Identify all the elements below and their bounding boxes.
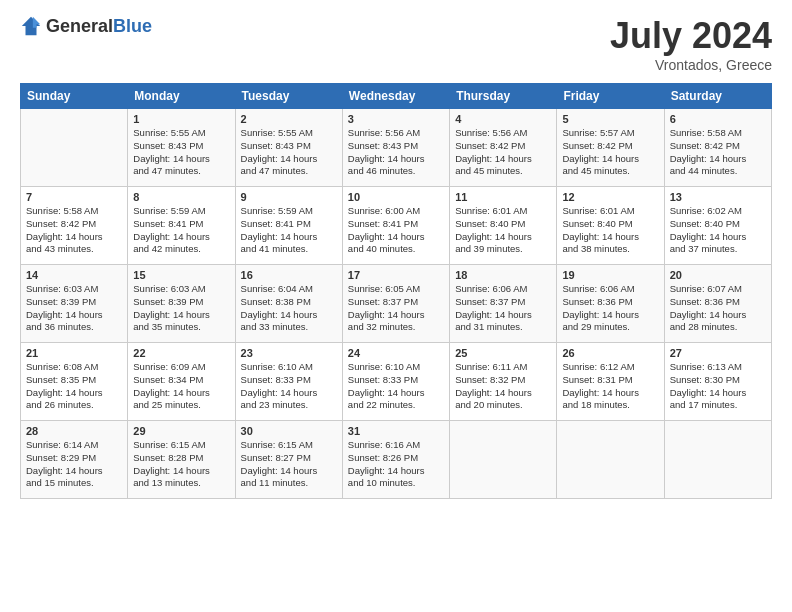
table-cell: 13Sunrise: 6:02 AM Sunset: 8:40 PM Dayli… — [664, 187, 771, 265]
table-cell: 27Sunrise: 6:13 AM Sunset: 8:30 PM Dayli… — [664, 343, 771, 421]
month-title: July 2024 — [610, 15, 772, 57]
day-number: 4 — [455, 113, 551, 125]
svg-marker-0 — [22, 17, 40, 35]
day-number: 31 — [348, 425, 444, 437]
day-number: 27 — [670, 347, 766, 359]
cell-text: Sunrise: 5:59 AM Sunset: 8:41 PM Dayligh… — [133, 205, 229, 256]
header: GeneralBlue July 2024 Vrontados, Greece — [20, 15, 772, 73]
day-number: 11 — [455, 191, 551, 203]
cell-text: Sunrise: 6:10 AM Sunset: 8:33 PM Dayligh… — [241, 361, 337, 412]
cell-text: Sunrise: 5:55 AM Sunset: 8:43 PM Dayligh… — [241, 127, 337, 178]
day-number: 9 — [241, 191, 337, 203]
table-cell — [664, 421, 771, 499]
cell-text: Sunrise: 6:04 AM Sunset: 8:38 PM Dayligh… — [241, 283, 337, 334]
cell-text: Sunrise: 6:00 AM Sunset: 8:41 PM Dayligh… — [348, 205, 444, 256]
cell-text: Sunrise: 5:57 AM Sunset: 8:42 PM Dayligh… — [562, 127, 658, 178]
cell-text: Sunrise: 5:56 AM Sunset: 8:43 PM Dayligh… — [348, 127, 444, 178]
cell-text: Sunrise: 6:13 AM Sunset: 8:30 PM Dayligh… — [670, 361, 766, 412]
table-cell: 2Sunrise: 5:55 AM Sunset: 8:43 PM Daylig… — [235, 109, 342, 187]
col-tuesday: Tuesday — [235, 84, 342, 109]
day-number: 10 — [348, 191, 444, 203]
table-row: 7Sunrise: 5:58 AM Sunset: 8:42 PM Daylig… — [21, 187, 772, 265]
table-cell: 22Sunrise: 6:09 AM Sunset: 8:34 PM Dayli… — [128, 343, 235, 421]
day-number: 16 — [241, 269, 337, 281]
table-cell: 23Sunrise: 6:10 AM Sunset: 8:33 PM Dayli… — [235, 343, 342, 421]
logo-text-blue: Blue — [113, 16, 152, 36]
table-cell: 15Sunrise: 6:03 AM Sunset: 8:39 PM Dayli… — [128, 265, 235, 343]
day-number: 26 — [562, 347, 658, 359]
day-number: 20 — [670, 269, 766, 281]
table-cell: 1Sunrise: 5:55 AM Sunset: 8:43 PM Daylig… — [128, 109, 235, 187]
table-row: 1Sunrise: 5:55 AM Sunset: 8:43 PM Daylig… — [21, 109, 772, 187]
table-cell: 5Sunrise: 5:57 AM Sunset: 8:42 PM Daylig… — [557, 109, 664, 187]
day-number: 14 — [26, 269, 122, 281]
day-number: 17 — [348, 269, 444, 281]
cell-text: Sunrise: 6:05 AM Sunset: 8:37 PM Dayligh… — [348, 283, 444, 334]
svg-marker-1 — [33, 17, 40, 28]
page: GeneralBlue July 2024 Vrontados, Greece … — [0, 0, 792, 612]
col-monday: Monday — [128, 84, 235, 109]
cell-text: Sunrise: 6:15 AM Sunset: 8:27 PM Dayligh… — [241, 439, 337, 490]
table-cell: 4Sunrise: 5:56 AM Sunset: 8:42 PM Daylig… — [450, 109, 557, 187]
day-number: 1 — [133, 113, 229, 125]
cell-text: Sunrise: 6:11 AM Sunset: 8:32 PM Dayligh… — [455, 361, 551, 412]
table-cell: 24Sunrise: 6:10 AM Sunset: 8:33 PM Dayli… — [342, 343, 449, 421]
table-cell: 14Sunrise: 6:03 AM Sunset: 8:39 PM Dayli… — [21, 265, 128, 343]
cell-text: Sunrise: 6:08 AM Sunset: 8:35 PM Dayligh… — [26, 361, 122, 412]
col-saturday: Saturday — [664, 84, 771, 109]
day-number: 29 — [133, 425, 229, 437]
cell-text: Sunrise: 6:09 AM Sunset: 8:34 PM Dayligh… — [133, 361, 229, 412]
day-number: 23 — [241, 347, 337, 359]
cell-text: Sunrise: 6:07 AM Sunset: 8:36 PM Dayligh… — [670, 283, 766, 334]
table-cell: 29Sunrise: 6:15 AM Sunset: 8:28 PM Dayli… — [128, 421, 235, 499]
cell-text: Sunrise: 6:03 AM Sunset: 8:39 PM Dayligh… — [133, 283, 229, 334]
table-cell: 20Sunrise: 6:07 AM Sunset: 8:36 PM Dayli… — [664, 265, 771, 343]
cell-text: Sunrise: 5:58 AM Sunset: 8:42 PM Dayligh… — [26, 205, 122, 256]
cell-text: Sunrise: 5:58 AM Sunset: 8:42 PM Dayligh… — [670, 127, 766, 178]
day-number: 28 — [26, 425, 122, 437]
location: Vrontados, Greece — [610, 57, 772, 73]
cell-text: Sunrise: 6:10 AM Sunset: 8:33 PM Dayligh… — [348, 361, 444, 412]
title-section: July 2024 Vrontados, Greece — [610, 15, 772, 73]
cell-text: Sunrise: 5:56 AM Sunset: 8:42 PM Dayligh… — [455, 127, 551, 178]
cell-text: Sunrise: 6:02 AM Sunset: 8:40 PM Dayligh… — [670, 205, 766, 256]
table-cell: 31Sunrise: 6:16 AM Sunset: 8:26 PM Dayli… — [342, 421, 449, 499]
col-sunday: Sunday — [21, 84, 128, 109]
table-cell: 7Sunrise: 5:58 AM Sunset: 8:42 PM Daylig… — [21, 187, 128, 265]
cell-text: Sunrise: 6:12 AM Sunset: 8:31 PM Dayligh… — [562, 361, 658, 412]
calendar-table: Sunday Monday Tuesday Wednesday Thursday… — [20, 83, 772, 499]
table-cell: 12Sunrise: 6:01 AM Sunset: 8:40 PM Dayli… — [557, 187, 664, 265]
cell-text: Sunrise: 6:01 AM Sunset: 8:40 PM Dayligh… — [455, 205, 551, 256]
col-thursday: Thursday — [450, 84, 557, 109]
table-cell: 11Sunrise: 6:01 AM Sunset: 8:40 PM Dayli… — [450, 187, 557, 265]
day-number: 3 — [348, 113, 444, 125]
col-wednesday: Wednesday — [342, 84, 449, 109]
cell-text: Sunrise: 6:06 AM Sunset: 8:37 PM Dayligh… — [455, 283, 551, 334]
table-cell: 26Sunrise: 6:12 AM Sunset: 8:31 PM Dayli… — [557, 343, 664, 421]
table-cell — [557, 421, 664, 499]
day-number: 24 — [348, 347, 444, 359]
day-number: 2 — [241, 113, 337, 125]
cell-text: Sunrise: 6:01 AM Sunset: 8:40 PM Dayligh… — [562, 205, 658, 256]
day-number: 5 — [562, 113, 658, 125]
table-cell: 17Sunrise: 6:05 AM Sunset: 8:37 PM Dayli… — [342, 265, 449, 343]
table-cell: 3Sunrise: 5:56 AM Sunset: 8:43 PM Daylig… — [342, 109, 449, 187]
logo-text-general: General — [46, 16, 113, 36]
table-cell: 6Sunrise: 5:58 AM Sunset: 8:42 PM Daylig… — [664, 109, 771, 187]
day-number: 21 — [26, 347, 122, 359]
day-number: 25 — [455, 347, 551, 359]
cell-text: Sunrise: 6:06 AM Sunset: 8:36 PM Dayligh… — [562, 283, 658, 334]
table-cell: 9Sunrise: 5:59 AM Sunset: 8:41 PM Daylig… — [235, 187, 342, 265]
table-row: 14Sunrise: 6:03 AM Sunset: 8:39 PM Dayli… — [21, 265, 772, 343]
day-number: 6 — [670, 113, 766, 125]
table-cell: 8Sunrise: 5:59 AM Sunset: 8:41 PM Daylig… — [128, 187, 235, 265]
table-cell: 21Sunrise: 6:08 AM Sunset: 8:35 PM Dayli… — [21, 343, 128, 421]
day-number: 12 — [562, 191, 658, 203]
col-friday: Friday — [557, 84, 664, 109]
cell-text: Sunrise: 5:59 AM Sunset: 8:41 PM Dayligh… — [241, 205, 337, 256]
day-number: 8 — [133, 191, 229, 203]
table-cell: 16Sunrise: 6:04 AM Sunset: 8:38 PM Dayli… — [235, 265, 342, 343]
cell-text: Sunrise: 6:16 AM Sunset: 8:26 PM Dayligh… — [348, 439, 444, 490]
table-cell: 19Sunrise: 6:06 AM Sunset: 8:36 PM Dayli… — [557, 265, 664, 343]
table-cell: 30Sunrise: 6:15 AM Sunset: 8:27 PM Dayli… — [235, 421, 342, 499]
